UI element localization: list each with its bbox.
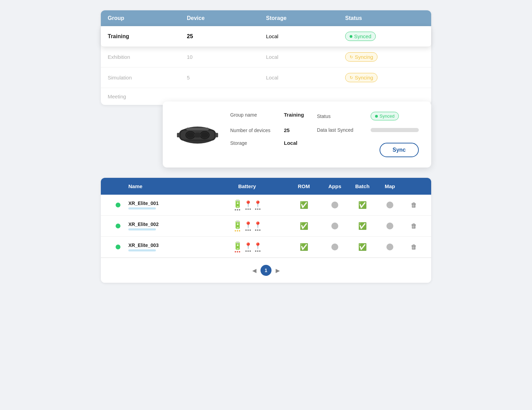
device-bar bbox=[128, 228, 156, 230]
status-badge: ↻ Syncing bbox=[345, 73, 424, 82]
pin-icon-1: 📍 bbox=[244, 200, 252, 210]
table-row[interactable]: Training 25 Local Synced bbox=[101, 26, 431, 47]
bottom-table: Name Battery ROM Apps Batch Map XR_Elite… bbox=[101, 178, 431, 283]
sync-button[interactable]: Sync bbox=[380, 143, 419, 157]
check-icon: ✅ bbox=[300, 243, 308, 251]
svg-rect-10 bbox=[215, 133, 218, 137]
next-page-button[interactable]: ▶ bbox=[276, 267, 280, 274]
field-storage: Storage Local bbox=[230, 140, 307, 146]
detail-card: Group name Training Status Synced bbox=[163, 101, 431, 168]
device-name: XR_Elite_002 bbox=[128, 222, 208, 227]
col-storage: Storage bbox=[266, 15, 345, 21]
battery-cell: 🔋 📍 📍 bbox=[208, 241, 287, 252]
syncing-badge: ↻ Syncing bbox=[345, 73, 377, 82]
check-icon: ✅ bbox=[300, 201, 308, 209]
device-name: XR_Elite_001 bbox=[128, 201, 208, 206]
batch-cell: ✅ bbox=[349, 222, 376, 230]
col-apps: Apps bbox=[321, 183, 349, 189]
delete-icon[interactable]: 🗑 bbox=[411, 202, 417, 209]
batch-cell: ✅ bbox=[349, 243, 376, 251]
col-rom: ROM bbox=[287, 183, 321, 189]
circle-icon bbox=[331, 244, 338, 250]
rom-cell: ✅ bbox=[287, 243, 321, 251]
pin-icon-1: 📍 bbox=[244, 221, 252, 231]
pagination: ◀ 1 ▶ bbox=[101, 258, 431, 283]
status-badge: Synced bbox=[345, 32, 424, 41]
storage-type: Local bbox=[266, 33, 345, 39]
col-device: Device bbox=[187, 15, 266, 21]
col-group: Group bbox=[108, 15, 187, 21]
online-status bbox=[108, 224, 128, 228]
apps-cell bbox=[321, 202, 349, 208]
online-status bbox=[108, 245, 128, 249]
check-icon: ✅ bbox=[358, 201, 367, 209]
device-row: XR_Elite_001 🔋 📍 bbox=[101, 195, 431, 216]
synced-badge: Synced bbox=[345, 32, 376, 41]
circle-icon bbox=[386, 244, 393, 250]
map-cell bbox=[376, 202, 404, 208]
batch-cell: ✅ bbox=[349, 201, 376, 209]
table-row[interactable]: Simulation 5 Local ↻ Syncing bbox=[101, 67, 431, 88]
delete-icon[interactable]: 🗑 bbox=[411, 244, 417, 251]
check-icon: ✅ bbox=[300, 222, 308, 230]
online-dot bbox=[116, 245, 120, 249]
top-table: Group Device Storage Status Training 25 … bbox=[101, 10, 431, 105]
device-info: XR_Elite_003 bbox=[128, 242, 208, 251]
col-name: Name bbox=[128, 183, 208, 189]
pin-icon-2: 📍 bbox=[254, 221, 262, 231]
delete-icon[interactable]: 🗑 bbox=[411, 223, 417, 230]
top-table-header: Group Device Storage Status bbox=[101, 10, 431, 26]
svg-rect-9 bbox=[177, 133, 180, 137]
pin-icon-2: 📍 bbox=[254, 200, 262, 210]
last-synced-placeholder bbox=[371, 128, 419, 132]
detail-synced-badge: Synced bbox=[371, 112, 399, 120]
pin-icon-1: 📍 bbox=[244, 242, 252, 252]
device-count: 10 bbox=[187, 54, 266, 60]
prev-page-button[interactable]: ◀ bbox=[252, 267, 256, 274]
circle-icon bbox=[331, 223, 338, 229]
field-group-name: Group name Training bbox=[230, 112, 307, 118]
col-status: Status bbox=[345, 15, 424, 21]
circle-icon bbox=[386, 223, 393, 229]
col-battery: Battery bbox=[208, 183, 287, 189]
group-name: Exhibition bbox=[108, 54, 187, 60]
group-name: Simulation bbox=[108, 75, 187, 80]
storage-type: Local bbox=[266, 75, 345, 80]
device-name: XR_Elite_003 bbox=[128, 242, 208, 248]
map-cell bbox=[376, 223, 404, 229]
page-container: Group Device Storage Status Training 25 … bbox=[101, 10, 431, 283]
action-cell[interactable]: 🗑 bbox=[404, 223, 424, 230]
device-info: XR_Elite_001 bbox=[128, 201, 208, 209]
device-row: XR_Elite_002 🔋 📍 bbox=[101, 216, 431, 237]
badge-dot bbox=[350, 35, 352, 38]
device-row: XR_Elite_003 🔋 📍 bbox=[101, 237, 431, 258]
apps-cell bbox=[321, 244, 349, 250]
battery-icon: 🔋 bbox=[233, 241, 242, 252]
page-number-button[interactable]: 1 bbox=[260, 265, 272, 276]
vr-headset-image bbox=[175, 123, 220, 147]
circle-icon bbox=[331, 202, 338, 208]
battery-icon: 🔋 bbox=[233, 199, 242, 211]
device-bar bbox=[128, 207, 156, 209]
action-cell[interactable]: 🗑 bbox=[404, 202, 424, 209]
field-num-devices: Number of devices 25 bbox=[230, 127, 307, 133]
field-status: Status Synced bbox=[317, 112, 419, 120]
device-bar bbox=[128, 249, 156, 251]
battery-icon: 🔋 bbox=[233, 220, 242, 231]
syncing-badge: ↻ Syncing bbox=[345, 52, 377, 62]
svg-rect-7 bbox=[194, 132, 201, 137]
battery-cell: 🔋 📍 bbox=[208, 199, 287, 211]
action-cell[interactable]: 🗑 bbox=[404, 244, 424, 251]
rom-cell: ✅ bbox=[287, 222, 321, 230]
map-cell bbox=[376, 244, 404, 250]
check-icon: ✅ bbox=[358, 243, 367, 251]
storage-type: Local bbox=[266, 54, 345, 60]
pin-icon-2: 📍 bbox=[254, 242, 262, 252]
table-row[interactable]: Exhibition 10 Local ↻ Syncing bbox=[101, 47, 431, 67]
col-batch: Batch bbox=[349, 183, 376, 189]
bottom-table-header: Name Battery ROM Apps Batch Map bbox=[101, 178, 431, 195]
svg-point-4 bbox=[187, 132, 194, 138]
col-map: Map bbox=[376, 183, 404, 189]
online-dot bbox=[116, 224, 120, 228]
check-icon: ✅ bbox=[358, 222, 367, 230]
